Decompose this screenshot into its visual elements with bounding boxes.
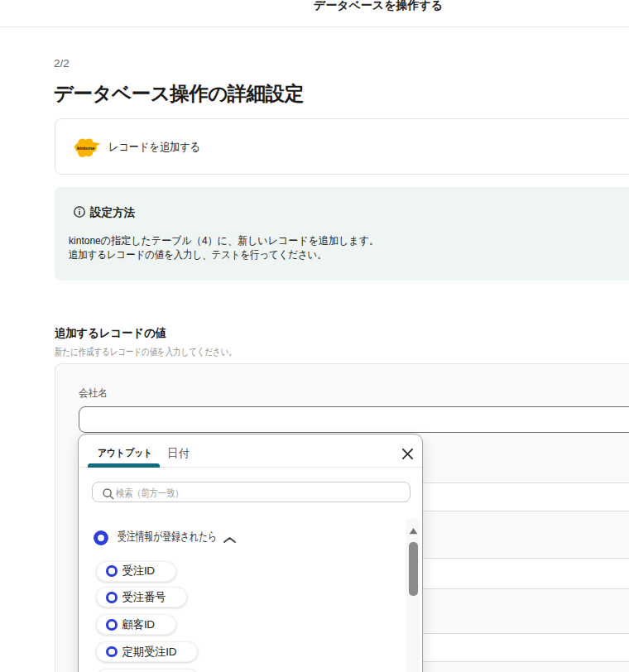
svg-text:kintone: kintone — [77, 146, 95, 151]
